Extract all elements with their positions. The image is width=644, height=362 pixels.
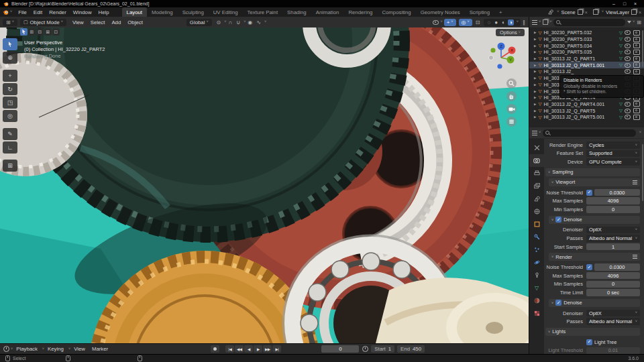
disable-render-icon[interactable]	[633, 108, 640, 113]
light-threshold-field[interactable]: 0.01	[586, 347, 640, 355]
hide-viewport-icon[interactable]	[625, 56, 631, 61]
transform-orientation-select[interactable]: Global ˅	[186, 19, 212, 26]
render-panel-header[interactable]: ˅Render	[549, 253, 640, 261]
new-collection-icon[interactable]: ⊞	[637, 19, 641, 25]
expand-icon[interactable]: ▶	[534, 83, 536, 86]
viewport-panel-header[interactable]: ˅Viewport	[549, 178, 640, 186]
denoiser-select[interactable]: OptiX˅	[586, 227, 640, 234]
shading-rendered-icon[interactable]: ◑	[508, 19, 514, 25]
minimize-button[interactable]: –	[608, 1, 619, 6]
menu-object[interactable]: Object	[124, 19, 146, 25]
outliner-search[interactable]	[553, 19, 625, 26]
tab-material[interactable]	[529, 294, 544, 307]
menu-marker[interactable]: Marker	[89, 346, 111, 352]
min-samples-field[interactable]: 0	[586, 281, 640, 288]
hide-viewport-icon[interactable]	[625, 115, 631, 119]
falloff-icon[interactable]: ∿	[256, 19, 261, 25]
viewlayer-name[interactable]: ViewLayer	[606, 9, 629, 15]
unlink-scene-icon[interactable]: ×	[585, 10, 588, 15]
passes-select[interactable]: Albedo and Normal˅	[586, 235, 640, 242]
menu-edit[interactable]: Edit	[30, 9, 46, 15]
tab-uv-editing[interactable]: UV Editing	[209, 7, 243, 17]
expand-icon[interactable]: ▶	[534, 64, 536, 67]
navigation-gizmo[interactable]: Z X Y	[487, 41, 518, 72]
prev-keyframe-button[interactable]: ◀◀	[235, 345, 244, 353]
app-menu-button[interactable]: ˅	[0, 9, 15, 15]
expand-icon[interactable]: ▶	[534, 103, 536, 106]
expand-icon[interactable]: ▶	[534, 109, 536, 113]
outliner-row-selected[interactable]: ▶▽HI_30313 J2_Q_PART1.001▽	[529, 62, 644, 68]
tab-scene[interactable]	[529, 192, 544, 205]
tab-constraints[interactable]	[529, 269, 544, 282]
expand-icon[interactable]: ▶	[534, 44, 536, 48]
tab-object-data[interactable]: ▽	[529, 282, 544, 294]
hide-viewport-icon[interactable]	[625, 109, 631, 113]
scene-name[interactable]: Scene	[561, 9, 575, 15]
expand-icon[interactable]: ▶	[534, 115, 536, 119]
pause-icon[interactable]: ∥	[523, 19, 526, 25]
display-mode-icon[interactable]	[543, 19, 548, 25]
menu-render[interactable]: Render	[46, 9, 70, 15]
disable-render-icon[interactable]	[633, 69, 640, 74]
expand-icon[interactable]: ▶	[534, 50, 536, 54]
object-name[interactable]: HI_30230_PART5.033	[543, 36, 617, 42]
object-name[interactable]: HI_30313 J2_Q_PART5.001	[543, 114, 617, 120]
tool-add-cube[interactable]: ⊞	[3, 160, 17, 172]
expand-icon[interactable]: ▶	[534, 70, 536, 73]
disable-render-icon[interactable]	[633, 62, 640, 68]
scene-selector[interactable]: ˅ Scene ×	[545, 9, 590, 15]
feature-set-select[interactable]: Supported˅	[586, 150, 640, 158]
play-reverse-button[interactable]: ◀	[244, 345, 253, 353]
tab-object[interactable]	[529, 218, 544, 231]
expand-icon[interactable]: ▶	[534, 31, 536, 34]
tab-output[interactable]	[529, 167, 544, 180]
play-button[interactable]: ▶	[254, 345, 262, 353]
presets-icon[interactable]	[633, 255, 637, 255]
select-mode-extend[interactable]: ⊞	[28, 28, 36, 36]
outliner-row[interactable]: ▶▽HI_30230_PART5.033▽	[529, 36, 644, 43]
tool-move[interactable]: +	[3, 70, 17, 82]
menu-playback[interactable]: Playback	[13, 346, 41, 352]
select-mode-invert[interactable]: ⊠	[44, 28, 52, 36]
object-name[interactable]: HI_30313 J2_Q_PART1.001	[543, 62, 617, 68]
hide-viewport-icon[interactable]	[625, 50, 631, 54]
tab-texture[interactable]	[529, 307, 544, 320]
noise-threshold-checkbox[interactable]: ✓	[586, 264, 592, 270]
remove-viewlayer-icon[interactable]: ×	[639, 10, 641, 15]
menu-keying[interactable]: Keying	[44, 346, 67, 352]
snap-with-icon[interactable]: ∪	[236, 19, 240, 25]
tool-rotate[interactable]: ↻	[3, 83, 17, 95]
outliner-row[interactable]: ▶▽HI_30313 J2_Q_PART4.001▽	[529, 101, 644, 108]
tab-texture-paint[interactable]: Texture Paint	[243, 7, 283, 17]
light-tree-checkbox[interactable]: ✓	[586, 339, 592, 345]
snap-magnet-icon[interactable]: ∩	[229, 19, 233, 25]
min-samples-field[interactable]: 0	[586, 206, 640, 213]
tool-cursor[interactable]: ⊕	[3, 52, 17, 64]
frame-end-field[interactable]: End450	[397, 345, 425, 353]
tab-particles[interactable]	[529, 243, 544, 256]
start-sample-field[interactable]: 1	[586, 243, 640, 251]
tool-measure[interactable]: ∟	[3, 141, 17, 154]
expand-icon[interactable]: ▶	[534, 57, 536, 60]
visibility-dropdown[interactable]: ˅	[433, 20, 442, 25]
current-frame-field[interactable]: 0	[321, 345, 359, 353]
properties-editor-icon[interactable]	[532, 131, 537, 131]
ortho-toggle-button[interactable]	[506, 117, 517, 127]
max-samples-field[interactable]: 4096	[586, 197, 640, 204]
tab-view-layer[interactable]	[529, 180, 544, 192]
outliner-scrollbar[interactable]	[642, 30, 644, 67]
outliner-editor-icon[interactable]	[532, 20, 537, 21]
object-name[interactable]: HI_30313 J2_Q_PART1	[543, 56, 617, 62]
jump-to-end-button[interactable]: ▶|	[272, 345, 281, 353]
tab-render[interactable]	[529, 154, 544, 167]
properties-search[interactable]	[543, 129, 636, 137]
tab-physics[interactable]	[529, 256, 544, 269]
tab-compositing[interactable]: Compositing	[377, 7, 415, 17]
denoise-checkbox[interactable]: ✓	[555, 217, 561, 223]
timeline-editor-icon[interactable]	[3, 346, 9, 352]
gizmos-toggle[interactable]: +˅	[444, 19, 456, 26]
auto-keying-button[interactable]	[211, 345, 219, 353]
viewlayer-selector[interactable]: ˅ ViewLayer ×	[590, 9, 644, 15]
menu-window[interactable]: Window	[70, 9, 95, 15]
tab-scripting[interactable]: Scripting	[465, 7, 494, 17]
